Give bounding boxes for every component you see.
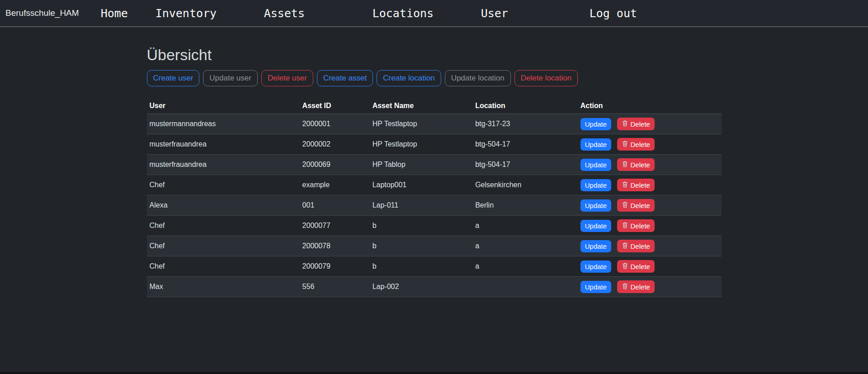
cell-location: Berlin	[472, 195, 578, 216]
delete-button-label: Delete	[631, 263, 650, 270]
table-row: Chef example Laptop001 Gelsenkirchen Upd…	[147, 175, 722, 195]
nav-link[interactable]: Log out	[590, 7, 637, 20]
cell-location: a	[472, 256, 578, 277]
cell-asset-id: 2000001	[300, 114, 370, 134]
nav-list: Home Inventory Assets Locations User Log…	[101, 7, 698, 20]
cell-location: btg-504-17	[472, 155, 578, 175]
cell-asset-name: b	[370, 256, 473, 277]
nav-item: Inventory	[156, 7, 264, 20]
cell-action: Update Delete	[578, 277, 722, 297]
trash-icon	[622, 283, 628, 291]
update-button[interactable]: Update	[580, 260, 611, 273]
cell-asset-id: 2000002	[300, 134, 370, 155]
nav-link[interactable]: Locations	[373, 7, 434, 20]
assets-table: User Asset ID Asset Name Location Action…	[147, 99, 722, 297]
table-header-cell: Location	[472, 99, 578, 114]
delete-button-label: Delete	[631, 242, 650, 250]
navbar-brand[interactable]: Berufsschule_HAM	[5, 8, 79, 18]
cell-asset-name: b	[370, 216, 473, 236]
delete-button[interactable]: Delete	[617, 179, 655, 191]
cell-user: Max	[147, 277, 300, 297]
table-row: Alexa 001 Lap-011 Berlin Update	[147, 195, 722, 216]
table-header-cell: User	[147, 99, 300, 114]
update-button[interactable]: Update	[580, 220, 611, 232]
nav-item: Log out	[590, 7, 698, 20]
toolbar-button[interactable]: Delete location	[514, 70, 578, 86]
cell-user: Chef	[147, 236, 300, 256]
table-row: mustermannandreas 2000001 HP Testlaptop …	[147, 114, 722, 134]
toolbar-button[interactable]: Create location	[377, 70, 441, 86]
page-title: Übersicht	[147, 46, 722, 64]
table-row: musterfrauandrea 2000002 HP Testlaptop b…	[147, 134, 722, 155]
cell-asset-name: Lap-011	[370, 195, 473, 216]
nav-link[interactable]: Inventory	[156, 7, 217, 20]
delete-button-label: Delete	[631, 120, 650, 128]
trash-icon	[622, 120, 628, 128]
nav-link[interactable]: Home	[101, 7, 128, 20]
table-row: Chef 2000077 b a Update	[147, 216, 722, 236]
cell-location: a	[472, 216, 578, 236]
cell-action: Update Delete	[578, 216, 722, 236]
cell-asset-name: Lap-002	[370, 277, 473, 297]
cell-asset-name: Laptop001	[370, 175, 473, 195]
toolbar-button[interactable]: Create asset	[317, 70, 373, 86]
trash-icon	[622, 140, 628, 148]
table-row: Chef 2000078 b a Update	[147, 236, 722, 256]
toolbar-button[interactable]: Delete user	[261, 70, 313, 86]
delete-button-label: Delete	[631, 161, 650, 169]
table-row: musterfrauandrea 2000069 HP Tablop btg-5…	[147, 155, 722, 175]
update-button[interactable]: Update	[580, 159, 611, 171]
delete-button-label: Delete	[631, 222, 650, 230]
delete-button[interactable]: Delete	[617, 118, 655, 130]
delete-button[interactable]: Delete	[617, 138, 655, 151]
cell-asset-id: 2000069	[300, 155, 370, 175]
delete-button[interactable]: Delete	[617, 240, 655, 252]
delete-button[interactable]: Delete	[617, 280, 655, 293]
nav-link[interactable]: User	[481, 7, 508, 20]
cell-asset-id: example	[300, 175, 370, 195]
table-row: Max 556 Lap-002 Update	[147, 277, 722, 297]
update-button[interactable]: Update	[580, 179, 611, 191]
cell-asset-name: HP Testlaptop	[370, 114, 473, 134]
trash-icon	[622, 161, 628, 169]
update-button[interactable]: Update	[580, 138, 611, 151]
cell-user: mustermannandreas	[147, 114, 300, 134]
trash-icon	[622, 222, 628, 230]
toolbar: Create user Update user Delete user Crea…	[147, 70, 722, 86]
nav-item: User	[481, 7, 590, 20]
nav-item: Home	[101, 7, 156, 20]
update-button[interactable]: Update	[580, 240, 611, 252]
cell-action: Update Delete	[578, 195, 722, 216]
cell-action: Update Delete	[578, 175, 722, 195]
toolbar-button[interactable]: Update user	[203, 70, 258, 86]
delete-button[interactable]: Delete	[617, 260, 655, 273]
table-header-cell: Asset ID	[300, 99, 370, 114]
cell-user: Chef	[147, 256, 300, 277]
cell-user: musterfrauandrea	[147, 155, 300, 175]
update-button[interactable]: Update	[580, 281, 611, 293]
cell-user: Alexa	[147, 195, 300, 216]
delete-button-label: Delete	[631, 141, 650, 148]
nav-link[interactable]: Assets	[264, 7, 305, 20]
navbar: Berufsschule_HAM Home Inventory Assets L…	[0, 0, 868, 27]
cell-asset-name: HP Tablop	[370, 155, 473, 175]
delete-button[interactable]: Delete	[617, 199, 655, 212]
update-button[interactable]: Update	[580, 118, 611, 130]
table-header-cell: Action	[578, 99, 722, 114]
cell-location: btg-504-17	[472, 134, 578, 155]
delete-button[interactable]: Delete	[617, 158, 655, 171]
delete-button[interactable]: Delete	[617, 219, 655, 232]
toolbar-button[interactable]: Create user	[147, 70, 200, 86]
cell-asset-id: 2000077	[300, 216, 370, 236]
trash-icon	[622, 262, 628, 270]
trash-icon	[622, 242, 628, 250]
cell-user: Chef	[147, 175, 300, 195]
table-body: mustermannandreas 2000001 HP Testlaptop …	[147, 114, 722, 297]
table-header-cell: Asset Name	[370, 99, 473, 114]
update-button[interactable]: Update	[580, 199, 611, 212]
cell-location: a	[472, 236, 578, 256]
toolbar-button[interactable]: Update location	[445, 70, 511, 86]
delete-button-label: Delete	[631, 283, 650, 291]
cell-action: Update Delete	[578, 155, 722, 175]
delete-button-label: Delete	[631, 202, 650, 209]
